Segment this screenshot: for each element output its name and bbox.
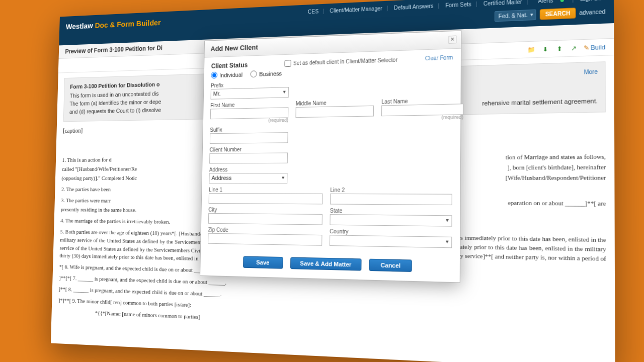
app-window: Westlaw Doc & Form Builder CES| Client/M… (51, 0, 615, 362)
add-client-modal: Add New Client × Clear Form Set as defau… (200, 30, 461, 283)
zip-input[interactable] (208, 233, 322, 246)
city-input[interactable] (208, 213, 323, 225)
line1-label: Line 1 (209, 187, 323, 193)
line1-input[interactable] (209, 193, 323, 204)
prefix-select[interactable]: Mr. (211, 87, 289, 100)
search-button[interactable]: SEARCH (540, 8, 576, 20)
doc-line: ], born [client's birthdate], hereinafte… (507, 163, 606, 172)
upload-icon[interactable]: ⬆ (555, 44, 565, 53)
middle-name-input[interactable] (295, 106, 374, 118)
client-number-input[interactable] (209, 152, 288, 163)
modal-close-button[interactable]: × (449, 36, 457, 44)
nav-sign-off[interactable]: Sign Off (580, 0, 602, 3)
state-select[interactable] (330, 214, 452, 227)
suffix-input[interactable] (210, 132, 288, 144)
nav-alerts[interactable]: Alerts (534, 0, 567, 5)
modal-title: Add New Client (210, 43, 258, 53)
save-button[interactable]: Save (243, 256, 283, 268)
brand-logo: Westlaw Doc & Form Builder (66, 18, 161, 31)
radio-individual[interactable]: Individual (211, 71, 243, 78)
search-bar: Fed. & Nat. SEARCH advanced (495, 6, 606, 22)
client-number-label: Client Number (210, 146, 288, 153)
info-more-link[interactable]: More (584, 68, 597, 76)
doc-line: tion of Marriage and states as follows, (506, 152, 606, 162)
default-client-checkbox-input[interactable] (284, 60, 291, 67)
city-label: City (208, 207, 323, 214)
line2-label: Line 2 (330, 187, 452, 194)
default-client-label: Set as default client in Client/Matter S… (293, 57, 397, 66)
info-tail: rehensive marital settlement agreement. (482, 97, 598, 108)
radio-individual-input[interactable] (211, 72, 217, 79)
alert-indicator-icon (560, 0, 564, 2)
folder-icon[interactable]: 📁 (527, 45, 536, 54)
nav-client-matter[interactable]: Client/Matter Manager (330, 6, 382, 14)
doc-line: 3. The parties were marr (61, 197, 111, 205)
state-label: State (330, 208, 452, 215)
first-name-required: (required) (210, 117, 288, 124)
address-label: Address (209, 166, 288, 172)
save-add-matter-button[interactable]: Save & Add Matter (290, 257, 362, 270)
radio-business-input[interactable] (251, 70, 257, 77)
brand-secondary: Doc & Form Builder (95, 18, 160, 30)
address-type-select[interactable]: Address (209, 173, 287, 184)
cancel-button[interactable]: Cancel (369, 259, 412, 272)
brand-primary: Westlaw (66, 21, 93, 31)
nav-form-sets[interactable]: Form Sets (445, 1, 471, 8)
search-scope-select[interactable]: Fed. & Nat. (495, 10, 537, 22)
search-advanced-link[interactable]: advanced (579, 9, 605, 16)
clear-form-link[interactable]: Clear Form (425, 54, 453, 61)
share-icon[interactable]: ↗ (569, 43, 579, 53)
download-icon[interactable]: ⬇ (541, 44, 550, 54)
suffix-label: Suffix (210, 126, 288, 133)
modal-body: Clear Form Set as default client in Clie… (201, 49, 461, 254)
doc-line: (opposing party)]." Completed Notic (61, 174, 137, 183)
line2-input[interactable] (330, 194, 452, 205)
doc-line: eparation on or about ______]**[ are (508, 199, 606, 208)
build-button[interactable]: Build (584, 43, 606, 51)
nav-default-answers[interactable]: Default Answers (394, 3, 434, 11)
nav-certified-mailer[interactable]: Certified Mailer (484, 0, 522, 7)
nav-ces[interactable]: CES (308, 9, 318, 15)
country-select[interactable] (330, 235, 452, 248)
info-line: and (d) requests the Court to (i) dissol… (69, 106, 161, 116)
doc-line: called "[Husband/Wife/Petitioner/Re (62, 165, 137, 173)
last-name-required: (required) (381, 114, 463, 121)
doc-line: [Wife/Husband/Respondent/Petitioner (506, 173, 606, 183)
doc-line: 1. This is an action for d (62, 156, 146, 164)
radio-business[interactable]: Business (251, 70, 282, 77)
